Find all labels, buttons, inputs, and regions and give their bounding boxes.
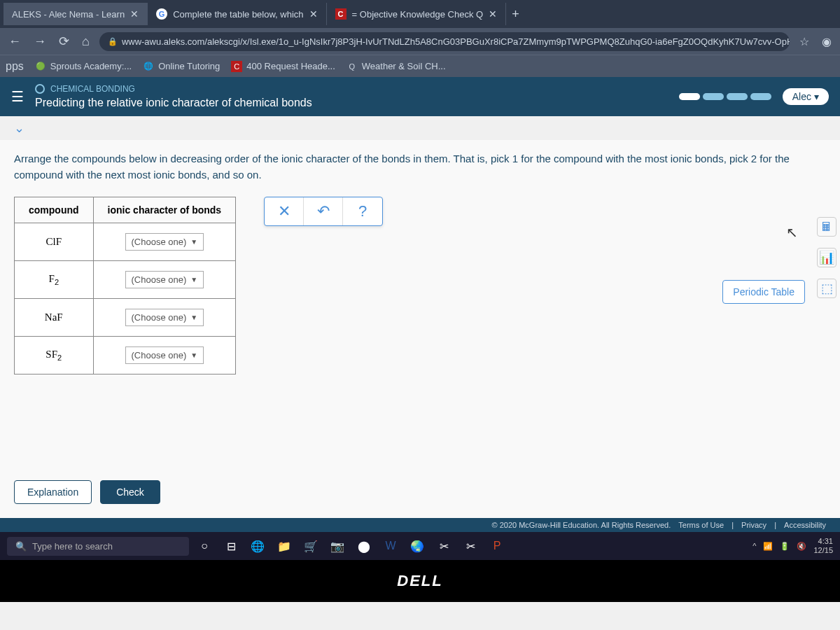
bookmark-label: Online Tutoring xyxy=(158,61,220,71)
taskbar-search[interactable]: 🔍 Type here to search xyxy=(7,537,189,556)
main-content: Arrange the compounds below in decreasin… xyxy=(0,140,840,518)
bookmark-item[interactable]: Q Weather & Soil CH... xyxy=(346,61,446,72)
compound-cell: F2 xyxy=(15,261,94,299)
divider: | xyxy=(774,521,776,529)
forward-button[interactable]: → xyxy=(31,31,49,52)
user-name: Alec xyxy=(792,91,811,102)
close-icon[interactable]: ✕ xyxy=(489,8,497,20)
taskview-icon[interactable]: ⊟ xyxy=(221,536,241,556)
snip-icon[interactable]: ✂ xyxy=(461,536,480,556)
check-button[interactable]: Check xyxy=(100,480,160,504)
explanation-button[interactable]: Explanation xyxy=(14,480,92,504)
extension-icon[interactable]: ◉ xyxy=(819,32,834,51)
google-icon: G xyxy=(156,8,167,20)
new-tab-button[interactable]: + xyxy=(506,1,525,27)
app-icon[interactable]: 🛒 xyxy=(301,536,321,556)
chevron-down-icon[interactable]: ⌄ xyxy=(14,121,24,135)
chrome-icon[interactable]: ⬤ xyxy=(354,536,374,556)
ionic-dropdown[interactable]: (Choose one) xyxy=(125,346,204,364)
table-row: NaF (Choose one) xyxy=(15,299,236,337)
progress-indicator xyxy=(679,93,771,100)
table-row: F2 (Choose one) xyxy=(15,261,236,299)
edge-icon[interactable]: 🌐 xyxy=(248,536,267,556)
battery-icon[interactable]: 🔋 xyxy=(780,542,790,551)
cortana-icon[interactable]: ○ xyxy=(195,536,214,556)
user-badge[interactable]: Alec ▾ xyxy=(783,88,829,105)
privacy-link[interactable]: Privacy xyxy=(741,521,766,529)
category-icon xyxy=(35,84,45,94)
word-icon[interactable]: W xyxy=(381,536,400,556)
sprouts-icon: 🟢 xyxy=(35,61,46,72)
bookmark-item[interactable]: 🌐 Online Tutoring xyxy=(143,61,220,72)
progress-pill xyxy=(679,93,700,100)
browser-tab[interactable]: G Complete the table below, which ✕ xyxy=(148,3,326,25)
undo-button[interactable]: ↶ xyxy=(304,197,343,225)
bookmarks-bar: pps 🟢 Sprouts Academy:... 🌐 Online Tutor… xyxy=(0,55,840,77)
calculator-icon[interactable]: 🖩 xyxy=(817,217,836,237)
bookmark-item[interactable]: C 400 Request Heade... xyxy=(231,61,335,72)
camera-icon[interactable]: 📷 xyxy=(328,536,347,556)
bookmark-item[interactable]: 🟢 Sprouts Academy:... xyxy=(35,61,132,72)
clear-button[interactable]: ✕ xyxy=(265,197,304,225)
table-row: ClF (Choose one) xyxy=(15,223,236,261)
menu-icon[interactable]: ☰ xyxy=(11,88,24,105)
explorer-icon[interactable]: 📁 xyxy=(274,536,294,556)
tray-chevron-icon[interactable]: ^ xyxy=(752,542,756,550)
ionic-dropdown[interactable]: (Choose one) xyxy=(125,233,204,251)
bookmark-label: Weather & Soil CH... xyxy=(362,61,446,71)
instructions-text: Arrange the compounds below in decreasin… xyxy=(14,151,826,183)
date-text: 12/15 xyxy=(813,546,833,555)
close-icon[interactable]: ✕ xyxy=(309,8,318,20)
dell-logo: DELL xyxy=(397,572,442,590)
chevron-down-icon: ▾ xyxy=(814,91,819,102)
bottom-buttons: Explanation Check xyxy=(14,480,160,504)
progress-pill xyxy=(727,93,748,100)
compound-cell: SF2 xyxy=(15,337,94,374)
copyright-text: © 2020 McGraw-Hill Education. All Rights… xyxy=(491,521,671,529)
footer: © 2020 McGraw-Hill Education. All Rights… xyxy=(0,518,840,532)
snip-icon[interactable]: ✂ xyxy=(434,536,454,556)
tab-title: ALEKS - Alec Nema - Learn xyxy=(12,9,125,20)
page-title: Predicting the relative ionic character … xyxy=(35,97,668,109)
divider: | xyxy=(732,521,734,529)
browser-icon[interactable]: 🌏 xyxy=(407,536,427,556)
reload-button[interactable]: ⟳ xyxy=(56,31,72,52)
progress-pill xyxy=(703,93,724,100)
category-label: CHEMICAL BONDING xyxy=(50,84,135,94)
progress-pill xyxy=(750,93,771,100)
back-button[interactable]: ← xyxy=(6,31,24,52)
help-button[interactable]: ? xyxy=(343,197,382,225)
volume-icon[interactable]: 🔇 xyxy=(797,542,806,551)
tab-title: Complete the table below, which xyxy=(173,9,303,20)
work-area: compound ionic character of bonds ClF (C… xyxy=(14,197,826,374)
accessibility-link[interactable]: Accessibility xyxy=(784,521,826,529)
breadcrumb: CHEMICAL BONDING Predicting the relative… xyxy=(35,84,668,109)
cursor-icon: ↖ xyxy=(786,224,798,241)
terms-link[interactable]: Terms of Use xyxy=(678,521,724,529)
apps-label[interactable]: pps xyxy=(6,60,24,73)
wifi-icon[interactable]: 📶 xyxy=(763,542,773,551)
compound-table: compound ionic character of bonds ClF (C… xyxy=(14,197,236,374)
browser-tab[interactable]: C = Objective Knowledge Check Q ✕ xyxy=(327,3,507,25)
home-button[interactable]: ⌂ xyxy=(79,31,92,52)
url-input[interactable]: 🔒 www-awu.aleks.com/alekscgi/x/Isl.exe/1… xyxy=(99,32,790,51)
ionic-dropdown[interactable]: (Choose one) xyxy=(125,309,204,326)
bookmark-label: Sprouts Academy:... xyxy=(50,61,132,71)
lock-icon: 🔒 xyxy=(108,37,118,46)
graph-icon[interactable]: 📊 xyxy=(817,248,836,267)
header-ionic: ionic character of bonds xyxy=(93,197,236,223)
powerpoint-icon[interactable]: P xyxy=(487,536,507,556)
side-toolbar: 🖩 📊 ⬚ xyxy=(817,217,836,298)
task-icons: ○ ⊟ 🌐 📁 🛒 📷 ⬤ W 🌏 ✂ ✂ P xyxy=(195,536,507,556)
browser-tab[interactable]: ALEKS - Alec Nema - Learn ✕ xyxy=(4,3,148,25)
clock[interactable]: 4:31 12/15 xyxy=(813,537,833,555)
ionic-dropdown[interactable]: (Choose one) xyxy=(125,271,204,288)
close-icon[interactable]: ✕ xyxy=(130,8,139,20)
bookmark-star-icon[interactable]: ☆ xyxy=(797,32,812,51)
element-icon[interactable]: ⬚ xyxy=(817,279,836,298)
url-text: www-awu.aleks.com/alekscgi/x/Isl.exe/1o_… xyxy=(122,36,790,47)
header-compound: compound xyxy=(15,197,94,223)
time-text: 4:31 xyxy=(813,537,833,546)
periodic-table-button[interactable]: Periodic Table xyxy=(722,280,805,304)
search-icon: 🔍 xyxy=(15,541,27,552)
